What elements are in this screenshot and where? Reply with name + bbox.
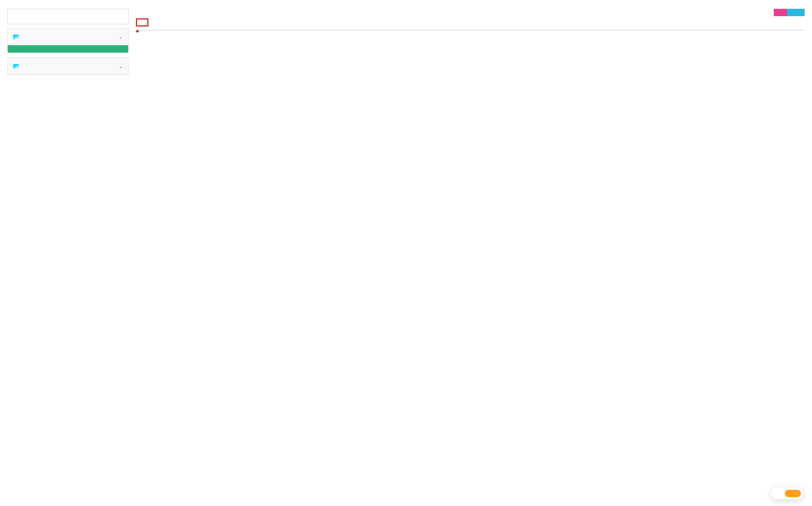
filename-display (136, 18, 148, 26)
highlight-box (136, 30, 139, 32)
section-templates-header[interactable]: ⌄ (8, 58, 128, 75)
section-layout: ⌄ (7, 28, 129, 53)
folder-open-icon (13, 33, 20, 40)
add-layout-button[interactable] (8, 45, 128, 53)
folder-open-icon (13, 62, 20, 70)
page-header (0, 0, 812, 9)
toolbar (136, 9, 805, 16)
section-templates: ⌄ (7, 57, 129, 75)
main-area (136, 9, 805, 79)
search-input[interactable] (7, 9, 129, 24)
new-window-button[interactable] (774, 9, 787, 16)
chevron-down-icon: ⌄ (119, 34, 123, 40)
save-button[interactable] (787, 9, 805, 16)
section-layout-header[interactable]: ⌄ (8, 28, 128, 45)
chevron-down-icon: ⌄ (119, 63, 123, 69)
code-editor[interactable] (136, 30, 805, 31)
sidebar: ⌄ ⌄ (7, 9, 129, 79)
